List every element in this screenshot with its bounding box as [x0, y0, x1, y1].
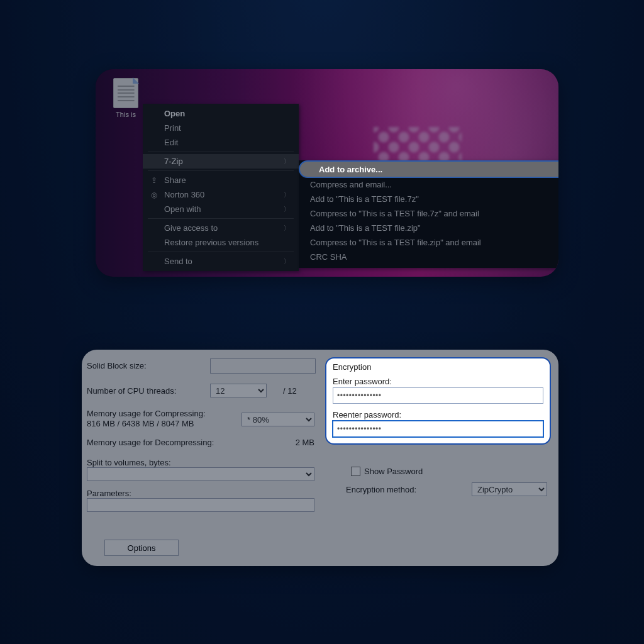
- mem-compress-label: Memory usage for Compressing:: [87, 409, 206, 418]
- mem-decompress-row: Memory usage for Decompressing: 2 MB: [87, 435, 319, 452]
- chevron-right-icon: 〉: [284, 191, 290, 199]
- menu-item-send-to[interactable]: Send to 〉: [143, 254, 299, 269]
- menu-separator: [148, 218, 294, 219]
- reenter-password-input[interactable]: [333, 421, 543, 437]
- file-label: This is: [108, 111, 143, 118]
- chevron-right-icon: 〉: [284, 205, 290, 214]
- share-icon: ⇪: [149, 176, 159, 185]
- add-to-archive-dialog: Solid Block size: Number of CPU threads:…: [82, 350, 558, 566]
- encryption-lower: Show Password Encryption method: ZipCryp…: [346, 467, 547, 496]
- menu-item-7zip[interactable]: 7-Zip 〉: [143, 154, 299, 169]
- menu-item-print[interactable]: Print: [143, 121, 299, 135]
- menu-item-open[interactable]: Open: [143, 106, 299, 121]
- threads-max: / 12: [283, 386, 297, 396]
- threads-select[interactable]: 12: [210, 384, 267, 397]
- mem-compress-values: 816 MB / 6438 MB / 8047 MB: [87, 419, 194, 428]
- encryption-method-select[interactable]: ZipCrypto: [472, 482, 547, 496]
- encryption-method-row: Encryption method: ZipCrypto: [346, 482, 547, 496]
- enter-password-input[interactable]: [333, 387, 543, 404]
- text-file-icon: [113, 78, 138, 108]
- dialog-left-column: Solid Block size: Number of CPU threads:…: [87, 356, 319, 512]
- submenu-item-compress-email[interactable]: Compress and email...: [299, 177, 558, 192]
- 7zip-submenu: Add to archive... Compress and email... …: [299, 160, 558, 268]
- options-button[interactable]: Options: [104, 540, 179, 556]
- enter-password-label: Enter password:: [333, 377, 543, 386]
- solid-block-row: Solid Block size:: [87, 358, 319, 375]
- desktop-file-icon[interactable]: This is: [108, 78, 143, 118]
- submenu-item-add-7z[interactable]: Add to "This is a TEST file.7z": [299, 192, 558, 206]
- checkbox-icon: [351, 467, 360, 476]
- context-menu-screenshot: This is Open Print Edit 7-Zip 〉 ⇪ Share …: [96, 69, 558, 277]
- chevron-right-icon: 〉: [284, 257, 290, 266]
- menu-item-share[interactable]: ⇪ Share: [143, 173, 299, 187]
- submenu-item-crc-sha[interactable]: CRC SHA 〉: [299, 250, 558, 264]
- mem-decompress-label: Memory usage for Decompressing:: [87, 438, 214, 447]
- context-menu: Open Print Edit 7-Zip 〉 ⇪ Share ◎ Norton…: [143, 104, 299, 271]
- menu-item-give-access[interactable]: Give access to 〉: [143, 221, 299, 235]
- menu-separator: [148, 252, 294, 252]
- solid-block-label: Solid Block size:: [87, 361, 147, 370]
- mem-compress-row: Memory usage for Compressing: 816 MB / 6…: [87, 406, 319, 431]
- solid-block-field[interactable]: [210, 358, 316, 374]
- chevron-right-icon: 〉: [284, 224, 290, 233]
- reenter-password-label: Reenter password:: [333, 410, 543, 419]
- mem-pct-select[interactable]: * 80%: [242, 413, 314, 426]
- threads-row: Number of CPU threads: 12 / 12: [87, 384, 319, 400]
- chevron-right-icon: 〉: [284, 157, 290, 166]
- parameters-label: Parameters:: [87, 489, 319, 498]
- submenu-item-add-zip[interactable]: Add to "This is a TEST file.zip": [299, 221, 558, 235]
- split-label: Split to volumes, bytes:: [87, 458, 319, 467]
- split-volumes-select[interactable]: [87, 467, 314, 481]
- show-password-label: Show Password: [364, 467, 423, 476]
- encryption-title: Encryption: [333, 362, 543, 372]
- show-password-checkbox[interactable]: Show Password: [351, 467, 547, 476]
- menu-item-open-with[interactable]: Open with 〉: [143, 202, 299, 216]
- threads-label: Number of CPU threads:: [87, 386, 176, 396]
- menu-separator: [148, 170, 294, 171]
- menu-item-restore[interactable]: Restore previous versions: [143, 235, 299, 250]
- norton-icon: ◎: [149, 191, 159, 199]
- mem-decompress-value: 2 MB: [296, 438, 314, 447]
- parameters-input[interactable]: [87, 498, 314, 512]
- submenu-item-compress-zip-email[interactable]: Compress to "This is a TEST file.zip" an…: [299, 235, 558, 250]
- menu-separator: [148, 152, 294, 152]
- menu-item-norton[interactable]: ◎ Norton 360 〉: [143, 187, 299, 202]
- encryption-method-label: Encryption method:: [346, 485, 416, 494]
- menu-item-edit[interactable]: Edit: [143, 135, 299, 150]
- encryption-group: Encryption Enter password: Reenter passw…: [325, 357, 551, 445]
- submenu-item-compress-7z-email[interactable]: Compress to "This is a TEST file.7z" and…: [299, 206, 558, 221]
